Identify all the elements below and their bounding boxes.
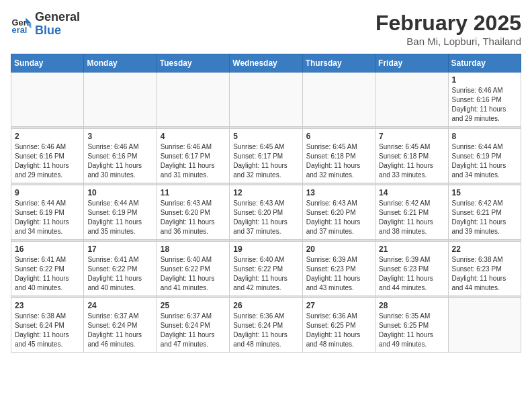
day-info: Sunrise: 6:45 AM Sunset: 6:17 PM Dayligh…	[233, 142, 298, 180]
col-tuesday: Tuesday	[157, 54, 229, 73]
calendar-cell-w2-d2: 3Sunrise: 6:46 AM Sunset: 6:16 PM Daylig…	[84, 129, 157, 183]
calendar-cell-w1-d6	[375, 73, 448, 127]
calendar-cell-w1-d3	[157, 73, 229, 127]
calendar-cell-w4-d3: 18Sunrise: 6:40 AM Sunset: 6:22 PM Dayli…	[157, 242, 229, 296]
calendar-cell-w1-d5	[302, 73, 375, 127]
day-info: Sunrise: 6:45 AM Sunset: 6:18 PM Dayligh…	[306, 142, 371, 180]
day-number: 7	[379, 132, 444, 141]
day-info: Sunrise: 6:46 AM Sunset: 6:17 PM Dayligh…	[161, 142, 226, 180]
day-info: Sunrise: 6:44 AM Sunset: 6:19 PM Dayligh…	[452, 142, 517, 180]
day-info: Sunrise: 6:40 AM Sunset: 6:22 PM Dayligh…	[161, 255, 226, 293]
day-number: 27	[306, 301, 371, 310]
day-number: 20	[306, 244, 371, 254]
day-info: Sunrise: 6:44 AM Sunset: 6:19 PM Dayligh…	[15, 199, 80, 236]
calendar-cell-w3-d1: 9Sunrise: 6:44 AM Sunset: 6:19 PM Daylig…	[11, 185, 84, 240]
calendar-week-4: 16Sunrise: 6:41 AM Sunset: 6:22 PM Dayli…	[11, 242, 521, 296]
day-info: Sunrise: 6:42 AM Sunset: 6:21 PM Dayligh…	[379, 199, 444, 236]
logo-icon: Gen eral	[11, 13, 32, 35]
location-title: Ban Mi, Lopburi, Thailand	[375, 36, 521, 47]
calendar-week-3: 9Sunrise: 6:44 AM Sunset: 6:19 PM Daylig…	[11, 185, 521, 240]
calendar-cell-w2-d4: 5Sunrise: 6:45 AM Sunset: 6:17 PM Daylig…	[230, 129, 302, 183]
day-number: 3	[87, 132, 152, 141]
day-number: 16	[15, 244, 80, 254]
col-thursday: Thursday	[302, 54, 375, 73]
col-monday: Monday	[84, 54, 157, 73]
calendar-cell-w3-d2: 10Sunrise: 6:44 AM Sunset: 6:19 PM Dayli…	[84, 185, 157, 240]
calendar-cell-w2-d5: 6Sunrise: 6:45 AM Sunset: 6:18 PM Daylig…	[302, 129, 375, 183]
calendar-cell-w1-d2	[84, 73, 157, 127]
day-number: 18	[161, 244, 226, 254]
calendar-week-1: 1Sunrise: 6:46 AM Sunset: 6:16 PM Daylig…	[11, 73, 521, 127]
day-number: 13	[306, 188, 371, 197]
day-number: 23	[15, 301, 80, 310]
day-info: Sunrise: 6:40 AM Sunset: 6:22 PM Dayligh…	[233, 255, 298, 293]
logo-text: General Blue	[35, 11, 80, 38]
calendar-cell-w3-d6: 14Sunrise: 6:42 AM Sunset: 6:21 PM Dayli…	[375, 185, 448, 240]
calendar-cell-w3-d7: 15Sunrise: 6:42 AM Sunset: 6:21 PM Dayli…	[448, 185, 521, 240]
month-title: February 2025	[375, 11, 521, 36]
col-wednesday: Wednesday	[230, 54, 302, 73]
calendar-cell-w5-d6: 28Sunrise: 6:35 AM Sunset: 6:25 PM Dayli…	[375, 298, 448, 353]
day-number: 22	[452, 244, 517, 254]
calendar-cell-w1-d4	[230, 73, 302, 127]
day-info: Sunrise: 6:46 AM Sunset: 6:16 PM Dayligh…	[452, 86, 517, 124]
day-number: 14	[379, 188, 444, 197]
logo-general-text: General	[35, 11, 80, 24]
day-info: Sunrise: 6:37 AM Sunset: 6:24 PM Dayligh…	[87, 312, 152, 349]
title-block: February 2025 Ban Mi, Lopburi, Thailand	[375, 11, 521, 47]
calendar-cell-w5-d4: 26Sunrise: 6:36 AM Sunset: 6:24 PM Dayli…	[230, 298, 302, 353]
day-number: 24	[87, 301, 152, 310]
calendar-cell-w5-d3: 25Sunrise: 6:37 AM Sunset: 6:24 PM Dayli…	[157, 298, 229, 353]
day-info: Sunrise: 6:39 AM Sunset: 6:23 PM Dayligh…	[379, 255, 444, 293]
calendar-cell-w2-d7: 8Sunrise: 6:44 AM Sunset: 6:19 PM Daylig…	[448, 129, 521, 183]
calendar-cell-w4-d4: 19Sunrise: 6:40 AM Sunset: 6:22 PM Dayli…	[230, 242, 302, 296]
col-sunday: Sunday	[11, 54, 84, 73]
day-info: Sunrise: 6:35 AM Sunset: 6:25 PM Dayligh…	[379, 312, 444, 349]
calendar-cell-w3-d4: 12Sunrise: 6:43 AM Sunset: 6:20 PM Dayli…	[230, 185, 302, 240]
calendar-cell-w5-d2: 24Sunrise: 6:37 AM Sunset: 6:24 PM Dayli…	[84, 298, 157, 353]
calendar-cell-w2-d6: 7Sunrise: 6:45 AM Sunset: 6:18 PM Daylig…	[375, 129, 448, 183]
day-info: Sunrise: 6:43 AM Sunset: 6:20 PM Dayligh…	[161, 199, 226, 236]
day-info: Sunrise: 6:43 AM Sunset: 6:20 PM Dayligh…	[306, 199, 371, 236]
day-info: Sunrise: 6:42 AM Sunset: 6:21 PM Dayligh…	[452, 199, 517, 236]
calendar-cell-w4-d5: 20Sunrise: 6:39 AM Sunset: 6:23 PM Dayli…	[302, 242, 375, 296]
day-info: Sunrise: 6:44 AM Sunset: 6:19 PM Dayligh…	[87, 199, 152, 236]
calendar-cell-w3-d3: 11Sunrise: 6:43 AM Sunset: 6:20 PM Dayli…	[157, 185, 229, 240]
col-saturday: Saturday	[448, 54, 521, 73]
calendar-cell-w4-d6: 21Sunrise: 6:39 AM Sunset: 6:23 PM Dayli…	[375, 242, 448, 296]
calendar-cell-w5-d1: 23Sunrise: 6:38 AM Sunset: 6:24 PM Dayli…	[11, 298, 84, 353]
day-number: 6	[306, 132, 371, 141]
svg-text:eral: eral	[12, 25, 28, 35]
day-info: Sunrise: 6:46 AM Sunset: 6:16 PM Dayligh…	[15, 142, 80, 180]
calendar-cell-w1-d1	[11, 73, 84, 127]
day-number: 9	[15, 188, 80, 197]
col-friday: Friday	[375, 54, 448, 73]
day-number: 19	[233, 244, 298, 254]
calendar-table: Sunday Monday Tuesday Wednesday Thursday…	[11, 54, 521, 353]
calendar-cell-w4-d2: 17Sunrise: 6:41 AM Sunset: 6:22 PM Dayli…	[84, 242, 157, 296]
day-info: Sunrise: 6:43 AM Sunset: 6:20 PM Dayligh…	[233, 199, 298, 236]
day-info: Sunrise: 6:45 AM Sunset: 6:18 PM Dayligh…	[379, 142, 444, 180]
day-number: 28	[379, 301, 444, 310]
day-number: 1	[452, 75, 517, 85]
calendar-cell-w4-d7: 22Sunrise: 6:38 AM Sunset: 6:23 PM Dayli…	[448, 242, 521, 296]
day-number: 12	[233, 188, 298, 197]
day-info: Sunrise: 6:41 AM Sunset: 6:22 PM Dayligh…	[87, 255, 152, 293]
day-info: Sunrise: 6:36 AM Sunset: 6:24 PM Dayligh…	[233, 312, 298, 349]
day-info: Sunrise: 6:38 AM Sunset: 6:23 PM Dayligh…	[452, 255, 517, 293]
day-number: 15	[452, 188, 517, 197]
logo-blue-text: Blue	[35, 24, 80, 38]
calendar-cell-w1-d7: 1Sunrise: 6:46 AM Sunset: 6:16 PM Daylig…	[448, 73, 521, 127]
day-number: 21	[379, 244, 444, 254]
day-info: Sunrise: 6:41 AM Sunset: 6:22 PM Dayligh…	[15, 255, 80, 293]
calendar-cell-w4-d1: 16Sunrise: 6:41 AM Sunset: 6:22 PM Dayli…	[11, 242, 84, 296]
page-header: Gen eral General Blue February 2025 Ban …	[11, 11, 521, 47]
day-number: 2	[15, 132, 80, 141]
calendar-week-2: 2Sunrise: 6:46 AM Sunset: 6:16 PM Daylig…	[11, 129, 521, 183]
calendar-header-row: Sunday Monday Tuesday Wednesday Thursday…	[11, 54, 521, 73]
day-info: Sunrise: 6:38 AM Sunset: 6:24 PM Dayligh…	[15, 312, 80, 349]
logo: Gen eral General Blue	[11, 11, 80, 38]
day-number: 5	[233, 132, 298, 141]
day-info: Sunrise: 6:37 AM Sunset: 6:24 PM Dayligh…	[161, 312, 226, 349]
day-number: 26	[233, 301, 298, 310]
